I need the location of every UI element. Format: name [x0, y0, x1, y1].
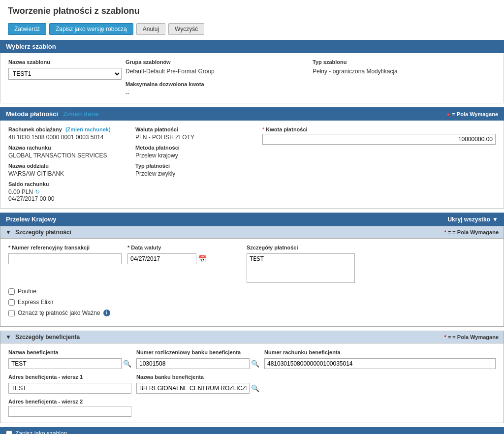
wazne-row: Oznacz tę płatność jako Ważne i [8, 310, 496, 316]
amount-label: * Kwota płatności [262, 126, 496, 132]
branch-label: Nazwa oddziału [8, 163, 131, 169]
ref-date-row: * Numer referencyjny transakcji * Data w… [8, 245, 496, 283]
currency-value: PLN - POLISH ZLOTY [135, 134, 258, 141]
ben-name-input-wrap: 🔍 [8, 358, 131, 369]
balance-row: 0.00 PLN ↻ [8, 188, 131, 195]
ben-account-input[interactable] [264, 358, 496, 369]
page-title: Tworzenie płatności z szablonu [0, 0, 504, 20]
poufne-checkbox[interactable] [8, 288, 15, 295]
ben-address1-label: Adres beneficjenta - wiersz 1 [8, 374, 131, 380]
beneficjenta-req-note: * = = Pola Wymagane [444, 334, 499, 340]
account-info-col: Rachunek obciążany (Zmień rachunek) 48 1… [8, 126, 131, 202]
branch-value: WARSAW CITIBANK [8, 170, 131, 177]
ben-bank-id-input-wrap: 🔍 [136, 358, 259, 369]
max-amount-value: -- [126, 90, 309, 97]
express-elixir-row: Express Elixir [8, 299, 496, 306]
ben-account-field: Numer rachunku beneficjenta [264, 349, 496, 369]
szczegoly-beneficjenta-header[interactable]: ▼ Szczegóły beneficjenta * = = Pola Wyma… [0, 331, 504, 343]
info-icon[interactable]: i [103, 310, 110, 316]
ben-address1-input[interactable] [8, 383, 131, 394]
express-elixir-checkbox[interactable] [8, 299, 15, 306]
change-account-link[interactable]: (Zmień rachunek) [65, 126, 111, 132]
payment-method-req-note: ● = Pola Wymagane [447, 111, 498, 117]
szczegoly-platnosci-content: * Numer referencyjny transakcji * Data w… [0, 239, 504, 327]
ref-num-field: * Numer referencyjny transakcji [8, 245, 122, 264]
payment-details-col: Waluta płatności PLN - POLISH ZLOTY Meto… [135, 126, 258, 202]
details-textarea[interactable]: TEST [247, 253, 355, 283]
save-template-checkbox[interactable] [6, 431, 12, 434]
top-toolbar: Zatwierdź Zapisz jako wersję roboczą Anu… [0, 20, 504, 40]
max-amount-label: Maksymalna dozwolona kwota [126, 81, 309, 87]
select-template-section: Wybierz szablon Nazwa szablonu TEST1 Gru… [0, 40, 504, 103]
szczegoly-platnosci-header[interactable]: ▼ Szczegóły płatności * = = Pola Wymagan… [0, 226, 504, 239]
chevron-icon: ▼ [492, 216, 498, 223]
ref-num-label: * Numer referencyjny transakcji [8, 245, 122, 250]
save-draft-button-top[interactable]: Zapisz jako wersję roboczą [49, 23, 133, 35]
ben-name-search-icon[interactable]: 🔍 [123, 360, 131, 368]
account-name-label: Nazwa rachunku [8, 145, 131, 151]
ben-address1-field: Adres beneficjenta - wiersz 1 [8, 374, 131, 394]
template-type-label: Typ szablonu [313, 59, 496, 65]
express-elixir-label: Express Elixir [18, 299, 54, 306]
przelew-krajowy-section: Przelew Krajowy Ukryj wszystko ▼ ▼ Szcze… [0, 213, 504, 423]
ben-bank-name-field: Nazwa banku beneficjenta 🔍 [136, 374, 259, 394]
template-name-label: Nazwa szablonu [8, 59, 122, 65]
payment-method-header: Metoda płatności Zmień dane ● = Pola Wym… [0, 107, 504, 121]
collapse-icon: ▼ [5, 229, 11, 236]
confirm-button-top[interactable]: Zatwierdź [8, 23, 46, 35]
account-name-value: GLOBAL TRANSACTION SERVICES [8, 152, 131, 159]
ben-address2-row: Adres beneficjenta - wiersz 2 [8, 399, 496, 417]
wazne-label: Oznacz tę płatność jako Ważne [18, 310, 100, 316]
date-label: * Data waluty [127, 245, 241, 250]
date-input[interactable] [127, 253, 196, 264]
clear-button-top[interactable]: Wyczyść [168, 23, 204, 35]
collapse-icon-2: ▼ [5, 334, 11, 341]
ben-bank-id-input[interactable] [136, 358, 250, 369]
ben-name-field: Nazwa beneficjenta 🔍 [8, 349, 131, 369]
payment-method-label: Metoda płatności [135, 145, 258, 151]
payment-type-value: Przelew zwykły [135, 170, 258, 177]
template-name-field: Nazwa szablonu TEST1 [8, 59, 122, 80]
amount-col: * Kwota płatności [262, 126, 496, 202]
template-type-value: Pełny - ograniczona Modyfikacja [313, 68, 496, 75]
cancel-button-top[interactable]: Anuluj [136, 23, 165, 35]
ben-address2-label: Adres beneficjenta - wiersz 2 [8, 399, 496, 404]
ben-bank-name-label: Nazwa banku beneficjenta [136, 374, 259, 380]
details-field: Szczegóły płatności TEST [247, 245, 496, 283]
hide-all-button[interactable]: Ukryj wszystko ▼ [447, 216, 498, 223]
ben-bank-name-input-wrap: 🔍 [136, 383, 259, 394]
template-group-value: Default-Default Pre-Format Group [126, 68, 309, 75]
account-label: Rachunek obciążany (Zmień rachunek) [8, 126, 131, 132]
wazne-checkbox[interactable] [8, 310, 15, 316]
ben-name-input[interactable] [8, 358, 122, 369]
date-field: * Data waluty 📅 [127, 245, 241, 264]
poufne-row: Poufne [8, 288, 496, 295]
select-template-content: Nazwa szablonu TEST1 Grupa szablonów Def… [0, 53, 504, 103]
payment-type-label: Typ płatności [135, 163, 258, 169]
ben-bank-id-search-icon[interactable]: 🔍 [251, 360, 259, 368]
account-number: 48 1030 1508 0000 0001 0003 5014 [8, 134, 131, 141]
payment-method-content: Rachunek obciążany (Zmień rachunek) 48 1… [0, 121, 504, 209]
ben-bank-name-search-icon[interactable]: 🔍 [251, 384, 259, 392]
balance-value: 0.00 PLN [8, 188, 33, 195]
szczegoly-req-note: * = = Pola Wymagane [444, 229, 499, 235]
currency-label: Waluta płatności [135, 126, 258, 132]
save-template-bar: Zapisz jako szablon [0, 427, 504, 434]
template-group-label: Grupa szablonów [126, 59, 309, 65]
details-label: Szczegóły płatności [247, 245, 496, 250]
przelew-krajowy-header: Przelew Krajowy Ukryj wszystko ▼ [0, 213, 504, 226]
ben-address2-input[interactable] [8, 406, 131, 417]
change-data-link[interactable]: Zmień dane [63, 110, 98, 118]
ben-name-label: Nazwa beneficjenta [8, 349, 131, 355]
template-name-select[interactable]: TEST1 [8, 68, 122, 80]
calendar-icon[interactable]: 📅 [198, 255, 206, 263]
ref-num-input[interactable] [8, 253, 122, 264]
ben-bank-id-field: Numer rozliczeniowy banku beneficjenta 🔍 [136, 349, 259, 369]
save-template-label: Zapisz jako szablon [6, 430, 67, 434]
amount-input[interactable] [262, 134, 496, 145]
refresh-icon[interactable]: ↻ [35, 188, 40, 195]
select-template-header: Wybierz szablon [0, 40, 504, 53]
beneficiary-bottom-row: Adres beneficjenta - wiersz 1 Nazwa bank… [8, 374, 496, 394]
ben-bank-name-input[interactable] [136, 383, 250, 394]
template-type-field: Typ szablonu Pełny - ograniczona Modyfik… [313, 59, 496, 75]
